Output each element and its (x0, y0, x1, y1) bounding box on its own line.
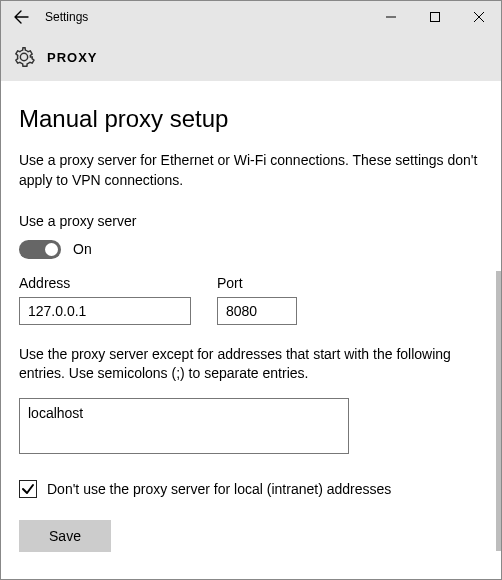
proxy-toggle[interactable] (19, 240, 61, 259)
address-input[interactable] (19, 297, 191, 325)
save-button[interactable]: Save (19, 520, 111, 552)
port-field-group: Port (217, 275, 297, 325)
toggle-state-text: On (73, 241, 92, 257)
port-input[interactable] (217, 297, 297, 325)
minimize-button[interactable] (369, 1, 413, 33)
svg-rect-0 (431, 13, 440, 22)
minimize-icon (386, 12, 396, 22)
toggle-label: Use a proxy server (19, 212, 483, 232)
maximize-icon (430, 12, 440, 22)
back-button[interactable] (1, 1, 41, 33)
exceptions-description: Use the proxy server except for addresse… (19, 345, 483, 384)
close-icon (474, 12, 484, 22)
title-bar: Settings (1, 1, 501, 33)
checkmark-icon (21, 482, 35, 496)
local-checkbox-row: Don't use the proxy server for local (in… (19, 480, 483, 498)
exceptions-input[interactable] (19, 398, 349, 454)
content-area: Manual proxy setup Use a proxy server fo… (1, 81, 501, 570)
back-arrow-icon (13, 9, 29, 25)
section-heading: Manual proxy setup (19, 105, 483, 133)
window-title: Settings (41, 10, 369, 24)
local-checkbox-label: Don't use the proxy server for local (in… (47, 481, 391, 497)
port-label: Port (217, 275, 297, 291)
scrollbar-thumb[interactable] (496, 271, 501, 551)
window-controls (369, 1, 501, 33)
gear-icon (13, 46, 35, 68)
section-description: Use a proxy server for Ethernet or Wi-Fi… (19, 151, 483, 190)
address-field-group: Address (19, 275, 191, 325)
page-header: PROXY (1, 33, 501, 81)
proxy-toggle-row: On (19, 240, 483, 259)
local-checkbox[interactable] (19, 480, 37, 498)
close-button[interactable] (457, 1, 501, 33)
maximize-button[interactable] (413, 1, 457, 33)
address-label: Address (19, 275, 191, 291)
address-port-row: Address Port (19, 275, 483, 325)
header-title: PROXY (47, 50, 98, 65)
